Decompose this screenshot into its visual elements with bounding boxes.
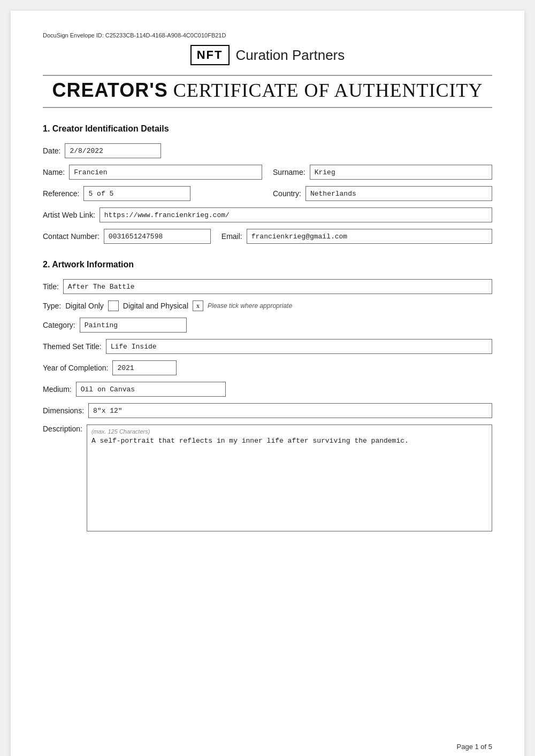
- logo-container: NFT Curation Partners: [43, 45, 492, 65]
- name-input[interactable]: Francien: [69, 165, 262, 180]
- type-digital-physical-label: Digital and Physical: [123, 302, 188, 310]
- name-row: Name: Francien Surname: Krieg: [43, 165, 492, 180]
- date-input[interactable]: 2/8/2022: [65, 143, 161, 158]
- type-digital-only-checkbox[interactable]: [108, 300, 119, 311]
- type-label: Type:: [43, 302, 61, 310]
- type-digital-only-label: Digital Only: [65, 302, 104, 310]
- docusign-id: DocuSign Envelope ID: C25233CB-114D-4168…: [43, 32, 492, 38]
- reference-input[interactable]: 5 of 5: [83, 186, 190, 201]
- country-pair: Country: Netherlands: [273, 186, 492, 201]
- weblink-input[interactable]: https://www.francienkrieg.com/: [100, 207, 492, 222]
- contact-label: Contact Number:: [43, 232, 100, 241]
- medium-input[interactable]: Oil on Canvas: [76, 382, 226, 397]
- section1-title: 1. Creator Identification Details: [43, 124, 492, 134]
- year-label: Year of Completion:: [43, 364, 108, 372]
- surname-pair: Surname: Krieg: [273, 165, 492, 180]
- cert-title-rest: CERTIFICATE OF AUTHENTICITY: [168, 80, 483, 101]
- email-label: Email:: [221, 232, 242, 241]
- category-row: Category: Painting: [43, 318, 492, 333]
- weblink-label: Artist Web Link:: [43, 211, 95, 219]
- nft-logo: NFT: [190, 45, 230, 65]
- dimensions-label: Dimensions:: [43, 406, 84, 415]
- type-digital-physical-checkbox[interactable]: x: [193, 300, 203, 311]
- year-input[interactable]: 2021: [112, 360, 177, 375]
- description-row: Description: (max. 125 Characters) A sel…: [43, 425, 492, 531]
- dimensions-row: Dimensions: 8″x 12″: [43, 403, 492, 418]
- title-divider-bottom: [43, 107, 492, 108]
- themed-set-label: Themed Set Title:: [43, 342, 102, 351]
- cert-title: CREATOR'S CERTIFICATE OF AUTHENTICITY: [43, 79, 492, 102]
- medium-label: Medium:: [43, 385, 72, 394]
- description-label: Description:: [43, 425, 82, 433]
- category-input[interactable]: Painting: [80, 318, 187, 333]
- cert-title-bold: CREATOR'S: [52, 79, 167, 101]
- page: DocuSign Envelope ID: C25233CB-114D-4168…: [11, 11, 524, 756]
- surname-label: Surname:: [273, 168, 305, 176]
- section-artwork: 2. Artwork Information Title: After The …: [43, 260, 492, 531]
- year-row: Year of Completion: 2021: [43, 360, 492, 375]
- description-text: A self-portrait that reflects in my inne…: [91, 437, 487, 445]
- artwork-title-row: Title: After The Battle: [43, 279, 492, 294]
- email-pair: Email: francienkrieg@gmail.com: [221, 229, 492, 244]
- surname-input[interactable]: Krieg: [310, 165, 492, 180]
- description-input[interactable]: (max. 125 Characters) A self-portrait th…: [87, 425, 492, 531]
- contact-row: Contact Number: 0031651247598 Email: fra…: [43, 229, 492, 244]
- medium-row: Medium: Oil on Canvas: [43, 382, 492, 397]
- category-label: Category:: [43, 321, 75, 329]
- company-name: Curation Partners: [236, 47, 345, 64]
- date-row: Date: 2/8/2022: [43, 143, 492, 158]
- reference-label: Reference:: [43, 189, 79, 198]
- dimensions-input[interactable]: 8″x 12″: [88, 403, 492, 418]
- contact-pair: Contact Number: 0031651247598: [43, 229, 211, 244]
- reference-row: Reference: 5 of 5 Country: Netherlands: [43, 186, 492, 201]
- header: NFT Curation Partners CREATOR'S CERTIFIC…: [43, 45, 492, 108]
- themed-set-input[interactable]: Life Inside: [106, 339, 492, 354]
- artwork-title-label: Title:: [43, 282, 59, 291]
- country-input[interactable]: Netherlands: [305, 186, 492, 201]
- section2-title: 2. Artwork Information: [43, 260, 492, 269]
- title-divider-top: [43, 75, 492, 76]
- themed-set-row: Themed Set Title: Life Inside: [43, 339, 492, 354]
- type-tick-note: Please tick where appropriate: [208, 302, 292, 310]
- name-label: Name:: [43, 168, 65, 176]
- description-placeholder: (max. 125 Characters): [91, 428, 487, 435]
- country-label: Country:: [273, 189, 301, 198]
- date-label: Date:: [43, 146, 60, 155]
- type-row: Type: Digital Only Digital and Physical …: [43, 300, 492, 311]
- section-creator: 1. Creator Identification Details Date: …: [43, 124, 492, 244]
- page-number: Page 1 of 5: [457, 743, 493, 751]
- artwork-title-input[interactable]: After The Battle: [63, 279, 492, 294]
- email-input[interactable]: francienkrieg@gmail.com: [247, 229, 492, 244]
- weblink-row: Artist Web Link: https://www.francienkri…: [43, 207, 492, 222]
- reference-pair: Reference: 5 of 5: [43, 186, 262, 201]
- contact-input[interactable]: 0031651247598: [104, 229, 211, 244]
- name-pair: Name: Francien: [43, 165, 262, 180]
